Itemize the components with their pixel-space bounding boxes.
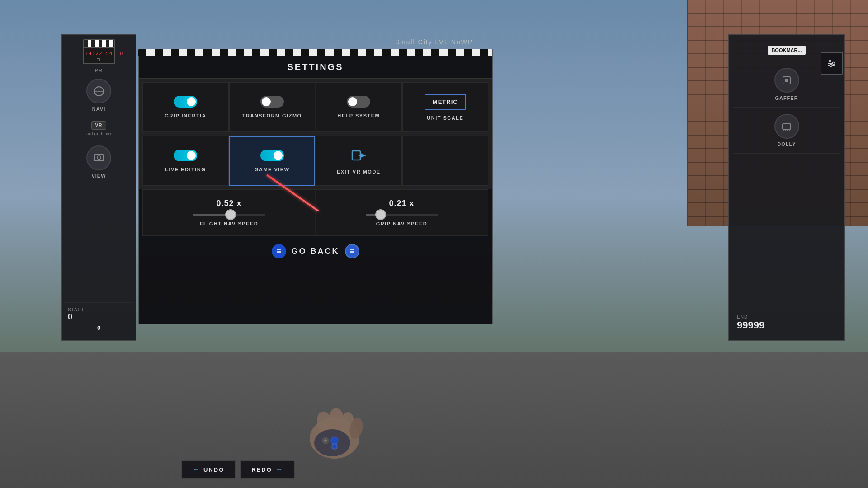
end-section: END 99999 — [733, 310, 840, 336]
svg-point-22 — [784, 129, 786, 131]
game-view-track[interactable] — [260, 150, 284, 161]
grip-nav-speed-track[interactable] — [366, 214, 438, 216]
grip-inertia-toggle[interactable] — [174, 96, 197, 108]
unit-scale-cell[interactable]: METRIC UNIT SCALE — [402, 82, 489, 132]
undo-button[interactable]: ← UNDO — [181, 460, 236, 479]
navi-circle — [86, 79, 111, 103]
grip-nav-speed-label: GRIP NAV SPEED — [376, 221, 428, 226]
start-section: START 0 0 — [64, 302, 133, 336]
grip-inertia-label: GRIP INERTIA — [165, 113, 206, 118]
start-label: START — [68, 307, 130, 312]
user-label: ard.graham) — [86, 131, 111, 136]
grip-nav-speed-cell: 0.21 x GRIP NAV SPEED — [316, 190, 488, 235]
pr-label: PR — [95, 68, 103, 73]
game-view-label: GAME VIEW — [255, 167, 290, 172]
svg-rect-20 — [785, 79, 788, 82]
flight-nav-speed-label: FLIGHT NAV SPEED — [200, 221, 259, 226]
sidebar-item-dolly[interactable]: DOLLY — [733, 108, 840, 154]
view-icon — [93, 152, 105, 164]
settings-sliders-icon — [826, 58, 837, 69]
controller-svg — [289, 375, 380, 465]
right-panel: BOOKMAR... GAFFER DOLLY END 99999 — [728, 34, 845, 341]
end-value: 99999 — [737, 319, 836, 331]
svg-point-4 — [97, 156, 101, 160]
svg-point-18 — [830, 65, 832, 67]
transform-gizmo-cell[interactable]: TRANSFORM GIZMO — [229, 82, 316, 132]
transform-gizmo-track[interactable] — [260, 96, 284, 108]
navi-label: NAVI — [92, 106, 105, 112]
settings-title: SETTINGS — [287, 62, 343, 72]
bookmark-badge-label: BOOKMAR... — [771, 47, 802, 53]
clapperboard-icon: 14:22:54:10 TI — [83, 39, 115, 64]
transform-gizmo-label: TRANSFORM GIZMO — [242, 113, 302, 118]
dolly-label: DOLLY — [777, 141, 796, 147]
flight-nav-speed-value: 0.52 x — [216, 199, 241, 208]
help-system-toggle[interactable] — [347, 96, 370, 108]
go-back-right-icon[interactable] — [345, 244, 359, 258]
flight-nav-speed-thumb[interactable] — [225, 209, 236, 220]
flight-nav-speed-track[interactable] — [193, 214, 265, 216]
redo-button[interactable]: REDO → — [240, 460, 295, 479]
game-view-toggle[interactable] — [260, 150, 284, 161]
undo-icon: ← — [193, 465, 200, 474]
menu-lines-outline-icon — [349, 248, 356, 255]
exit-vr-cell[interactable]: EXIT VR MODE — [316, 136, 402, 186]
svg-rect-21 — [783, 124, 791, 129]
sidebar-item-navi[interactable]: NAVI — [64, 73, 133, 117]
undo-label: UNDO — [203, 466, 224, 473]
live-editing-cell[interactable]: LIVE EDITING — [142, 136, 229, 186]
transform-gizmo-toggle[interactable] — [260, 96, 284, 108]
live-editing-label: LIVE EDITING — [165, 167, 206, 172]
go-back-left-icon[interactable] — [272, 244, 286, 258]
grip-inertia-cell[interactable]: GRIP INERTIA — [142, 82, 229, 132]
redo-icon: → — [276, 465, 283, 474]
navi-icon — [93, 85, 105, 98]
dolly-icon — [780, 120, 793, 133]
menu-lines-icon — [275, 248, 283, 255]
grip-inertia-thumb — [187, 97, 196, 106]
left-panel: 14:22:54:10 TI PR NAVI VR ard.graham) VI… — [61, 34, 136, 341]
svg-rect-5 — [352, 151, 360, 160]
settings-modal: SETTINGS GRIP INERTIA TRANSFORM GIZMO — [138, 49, 493, 324]
settings-gear-button[interactable] — [821, 52, 843, 75]
bottom-toolbar: ← UNDO REDO → — [181, 460, 295, 479]
gaffer-circle — [774, 68, 799, 93]
unit-scale-label: UNIT SCALE — [427, 115, 463, 121]
go-back-section: GO BACK — [139, 236, 492, 267]
controller-overlay — [289, 375, 380, 465]
unit-scale-button[interactable]: METRIC — [425, 94, 466, 110]
exit-vr-icon — [350, 147, 367, 164]
live-editing-thumb — [187, 151, 196, 160]
clapper-top-strip — [84, 40, 114, 48]
view-label: VIEW — [91, 173, 106, 178]
flight-nav-speed-cell: 0.52 x FLIGHT NAV SPEED — [143, 190, 315, 235]
sidebar-item-view[interactable]: VIEW — [64, 140, 133, 184]
svg-rect-3 — [94, 155, 104, 161]
start-value: 0 — [68, 312, 130, 322]
timecode-display: 14:22:54:10 — [85, 51, 113, 56]
help-system-cell[interactable]: HELP SYSTEM — [316, 82, 402, 132]
settings-title-bar: SETTINGS — [139, 56, 492, 79]
gaffer-icon — [780, 74, 793, 87]
grip-nav-speed-value: 0.21 x — [389, 199, 414, 208]
frame-counter: 0 — [68, 324, 130, 331]
view-circle — [86, 145, 111, 170]
game-view-thumb — [274, 151, 283, 160]
sliders-section: 0.52 x FLIGHT NAV SPEED 0.21 x GRIP NAV … — [142, 189, 488, 236]
vr-badge: VR — [91, 121, 107, 130]
svg-point-14 — [829, 60, 831, 62]
svg-point-31 — [331, 437, 338, 444]
background-road — [0, 352, 868, 488]
settings-grid-row2: LIVE EDITING GAME VIEW EXIT VR MODE — [139, 136, 492, 189]
grip-inertia-track[interactable] — [174, 96, 197, 108]
grip-nav-speed-thumb[interactable] — [375, 209, 386, 220]
settings-grid-row1: GRIP INERTIA TRANSFORM GIZMO HELP SYSTEM… — [139, 79, 492, 136]
svg-point-23 — [788, 129, 789, 131]
help-system-label: HELP SYSTEM — [337, 113, 380, 118]
live-editing-track[interactable] — [174, 150, 197, 161]
transform-gizmo-thumb — [262, 97, 271, 106]
redo-label: REDO — [251, 466, 272, 473]
help-system-track[interactable] — [347, 96, 370, 108]
svg-point-16 — [833, 62, 835, 65]
live-editing-toggle[interactable] — [174, 150, 197, 161]
